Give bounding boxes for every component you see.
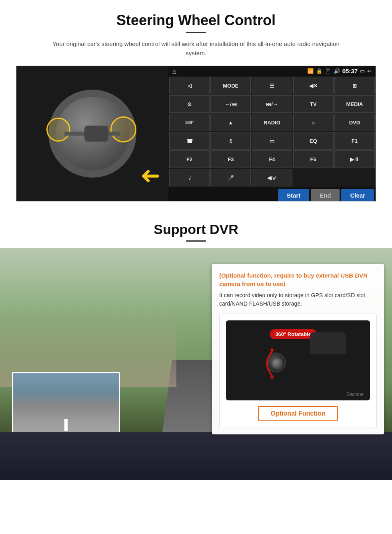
phone-icon: 📱 <box>325 68 331 74</box>
dvr-inset-road <box>13 373 119 439</box>
wifi-icon: 📶 <box>307 68 314 74</box>
btn-f3[interactable]: F3 <box>210 150 251 168</box>
control-panel: △ 📶 🔒 📱 🔊 05:37 ▭ ↩ ◁ MODE ☰ ◀✕ <box>168 66 376 201</box>
dvr-photo-background: (Optional function, require to buy exter… <box>0 248 392 480</box>
seicane-watermark: Seicane <box>346 392 364 397</box>
dvr-inset-photo <box>12 372 120 440</box>
btn-eject[interactable]: ▲ <box>210 114 251 131</box>
action-bar: Start End Clear <box>168 187 376 202</box>
btn-dvd[interactable]: DVD <box>334 114 375 131</box>
btn-browser[interactable]: ℰ <box>210 132 251 150</box>
btn-phone[interactable]: ☎ <box>169 132 210 150</box>
btn-screen[interactable]: ▭ <box>252 132 292 150</box>
end-button[interactable]: End <box>311 189 340 202</box>
steering-photo: ➜ <box>16 66 168 201</box>
btn-tv[interactable]: TV <box>293 95 334 113</box>
btn-f5[interactable]: F5 <box>293 150 334 168</box>
steering-section: Steering Wheel Control Your original car… <box>0 0 392 210</box>
btn-mute[interactable]: ◀✕ <box>293 77 334 94</box>
window-icon: ▭ <box>360 68 365 74</box>
dvr-optional-text: (Optional function, require to buy exter… <box>219 271 377 288</box>
dvr-desc-text: It can record video only to storage in G… <box>219 291 377 308</box>
dvr-road-stripe <box>64 419 68 431</box>
clear-button[interactable]: Clear <box>341 189 374 202</box>
btn-f2[interactable]: F2 <box>169 150 210 168</box>
steering-wheel-graphic <box>24 72 160 196</box>
btn-empty-2 <box>334 169 375 186</box>
status-bar: △ 📶 🔒 📱 🔊 05:37 ▭ ↩ <box>168 66 376 76</box>
btn-music[interactable]: ♩ <box>169 169 210 186</box>
btn-f1[interactable]: F1 <box>334 132 375 150</box>
clock-display: 05:37 <box>342 68 358 74</box>
btn-skip[interactable]: ◀/↙ <box>252 169 292 186</box>
steering-subtitle: Your original car's steering wheel contr… <box>46 40 346 58</box>
dvr-title: Support DVR <box>0 222 392 237</box>
button-grid: ◁ MODE ☰ ◀✕ ⊞ ⊙ ←/⏮ ⏭/→ TV MEDIA 360° ▲ … <box>168 76 376 187</box>
btn-mode[interactable]: MODE <box>210 77 251 94</box>
optional-function-label: Optional Function <box>258 406 338 421</box>
volume-icon: 🔊 <box>334 68 340 74</box>
svg-marker-1 <box>270 376 274 380</box>
btn-eq[interactable]: EQ <box>293 132 334 150</box>
steering-demo: ➜ △ 📶 🔒 📱 🔊 05:37 ▭ ↩ <box>16 66 376 202</box>
dvr-title-divider <box>186 240 206 242</box>
status-left: △ <box>172 68 176 74</box>
back-icon: ↩ <box>367 68 372 74</box>
dvr-camera-box: 360° Rotatable <box>219 314 377 428</box>
btn-menu[interactable]: ☰ <box>252 77 292 94</box>
highlight-circle-left <box>46 118 70 142</box>
rotation-arrow-icon <box>260 348 284 380</box>
btn-prev[interactable]: ←/⏮ <box>210 95 251 113</box>
btn-media[interactable]: MEDIA <box>334 95 375 113</box>
btn-home[interactable]: ◁ <box>169 77 210 94</box>
title-divider <box>186 32 206 33</box>
highlight-circle-right <box>110 116 136 142</box>
svg-marker-0 <box>270 348 274 351</box>
btn-mic[interactable]: 🎤 <box>210 169 251 186</box>
car-dashboard <box>0 432 392 480</box>
btn-radio[interactable]: RADIO <box>252 114 292 131</box>
start-button[interactable]: Start <box>278 189 309 202</box>
arrow-icon: ➜ <box>140 161 160 189</box>
status-right: 📶 🔒 📱 🔊 05:37 ▭ ↩ <box>307 68 372 74</box>
btn-next[interactable]: ⏭/→ <box>252 95 292 113</box>
btn-play-pause[interactable]: ▶⏸ <box>334 150 375 168</box>
camera-body <box>310 332 346 354</box>
btn-apps[interactable]: ⊞ <box>334 77 375 94</box>
lock-icon: 🔒 <box>316 68 322 74</box>
home-icon: △ <box>172 68 176 74</box>
dvr-info-box: (Optional function, require to buy exter… <box>212 264 384 434</box>
steering-wheel-hub <box>84 126 108 142</box>
btn-empty-1 <box>293 169 334 186</box>
dvr-section: Support DVR (Optional function, require … <box>0 210 392 480</box>
btn-360[interactable]: 360° <box>169 114 210 131</box>
dvr-camera-visual: 360° Rotatable <box>226 320 370 400</box>
steering-title: Steering Wheel Control <box>16 12 376 29</box>
btn-f4[interactable]: F4 <box>252 150 292 168</box>
btn-settings[interactable]: ⊙ <box>169 95 210 113</box>
btn-brightness[interactable]: ☼ <box>293 114 334 131</box>
